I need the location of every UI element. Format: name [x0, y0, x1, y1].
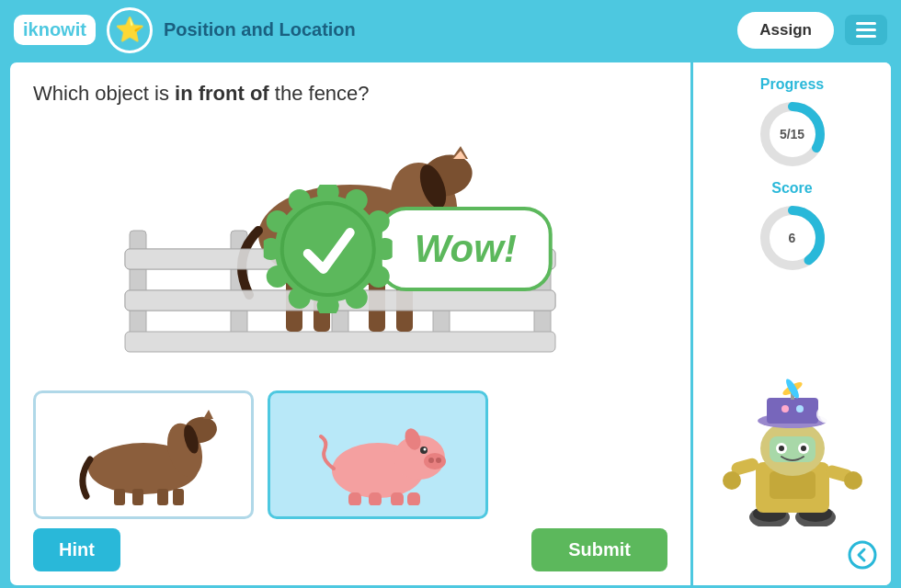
- scene-area: Wow!: [33, 117, 667, 381]
- pig-image: [295, 404, 461, 505]
- svg-rect-40: [114, 489, 125, 505]
- star-icon: ⭐: [107, 7, 153, 53]
- assign-button[interactable]: Assign: [737, 12, 834, 49]
- hamburger-line-1: [856, 22, 876, 25]
- back-arrow[interactable]: [848, 540, 877, 576]
- menu-button[interactable]: [845, 15, 887, 45]
- question-text: Which object is in front of the fence?: [33, 81, 667, 107]
- svg-rect-43: [173, 489, 184, 505]
- question-emphasis: in front of: [175, 82, 269, 105]
- score-section: Score 6: [756, 180, 829, 275]
- svg-point-82: [844, 471, 862, 490]
- svg-rect-7: [125, 332, 555, 352]
- svg-point-48: [436, 458, 441, 463]
- feedback-overlay: Wow!: [264, 185, 553, 313]
- horse-image: [61, 404, 226, 505]
- right-panel: Progress 5/15 Score 6: [693, 62, 891, 585]
- progress-section: Progress 5/15: [756, 76, 829, 171]
- header: iknowit ⭐ Position and Location Assign: [0, 0, 901, 60]
- svg-point-75: [796, 405, 804, 413]
- check-badge: [264, 185, 393, 313]
- svg-point-70: [779, 446, 784, 451]
- choice-pig[interactable]: [268, 390, 488, 519]
- score-value: 6: [789, 231, 796, 245]
- character-area: [719, 284, 866, 526]
- svg-point-50: [424, 448, 427, 451]
- wow-bubble: Wow!: [379, 207, 553, 291]
- question-suffix: the fence?: [275, 82, 370, 105]
- svg-rect-52: [348, 492, 361, 505]
- svg-point-86: [850, 542, 875, 568]
- logo: iknowit: [14, 15, 96, 45]
- svg-rect-73: [767, 398, 818, 424]
- svg-rect-55: [407, 492, 420, 505]
- hamburger-line-2: [856, 28, 876, 31]
- svg-rect-54: [391, 492, 404, 505]
- svg-point-71: [801, 446, 806, 451]
- score-label: Score: [771, 180, 812, 197]
- hamburger-line-3: [856, 35, 876, 38]
- progress-donut: 5/15: [756, 97, 829, 171]
- score-donut: 6: [756, 201, 829, 275]
- svg-rect-41: [132, 489, 143, 505]
- choice-horse[interactable]: [33, 390, 254, 519]
- logo-text: iknowit: [23, 19, 86, 40]
- choices-area: [33, 390, 667, 519]
- svg-point-47: [428, 458, 434, 463]
- submit-button[interactable]: Submit: [531, 528, 667, 571]
- page-title: Position and Location: [164, 19, 726, 40]
- svg-point-74: [781, 405, 789, 413]
- back-arrow-icon: [848, 540, 877, 570]
- bottom-buttons: Hint Submit: [33, 528, 667, 571]
- main-content: Which object is in front of the fence?: [7, 60, 894, 588]
- svg-point-84: [816, 405, 838, 424]
- svg-point-46: [424, 453, 446, 469]
- svg-rect-53: [369, 492, 382, 505]
- svg-point-85: [838, 405, 861, 424]
- progress-label: Progress: [760, 76, 824, 93]
- svg-marker-38: [203, 410, 213, 419]
- question-panel: Which object is in front of the fence?: [10, 62, 693, 585]
- hint-button[interactable]: Hint: [33, 528, 120, 571]
- question-prefix: Which object is: [33, 82, 175, 105]
- progress-value: 5/15: [780, 127, 804, 141]
- svg-point-81: [723, 471, 741, 490]
- svg-rect-42: [157, 489, 168, 505]
- character-svg: [719, 361, 866, 526]
